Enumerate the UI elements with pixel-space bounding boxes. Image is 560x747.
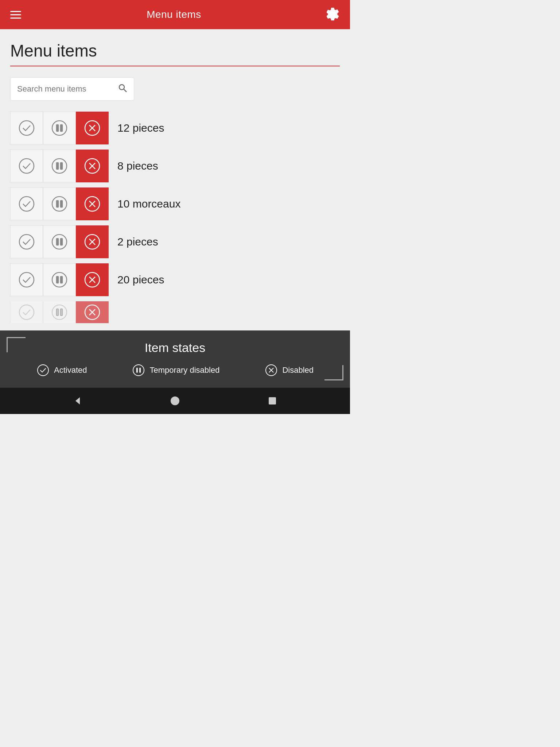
svg-point-24 <box>52 235 67 249</box>
svg-point-38 <box>52 305 67 320</box>
corner-tl <box>7 337 26 352</box>
item-label-2: 8 pieces <box>117 160 158 172</box>
item-states-title: Item states <box>10 341 340 355</box>
svg-rect-12 <box>61 163 62 169</box>
pause-button-3[interactable] <box>43 187 76 220</box>
disabled-label: Disabled <box>282 365 314 375</box>
item-label-4: 2 pieces <box>117 236 158 248</box>
back-button[interactable] <box>69 392 87 410</box>
svg-rect-11 <box>57 163 58 169</box>
item-label-3: 10 morceaux <box>117 198 180 210</box>
check-legend-icon <box>36 364 50 377</box>
svg-rect-5 <box>61 125 62 131</box>
bottom-nav <box>0 388 350 414</box>
menu-item-row: 12 pieces <box>10 112 340 144</box>
svg-rect-18 <box>57 201 58 207</box>
title-divider <box>10 66 340 66</box>
svg-rect-47 <box>140 368 141 373</box>
svg-rect-26 <box>61 239 62 245</box>
item-states-panel: Item states Activated Temporary disabled <box>0 330 350 388</box>
svg-point-45 <box>133 365 144 376</box>
recent-button[interactable] <box>263 392 281 410</box>
search-input[interactable] <box>17 84 118 94</box>
state-legend-activated: Activated <box>36 364 87 377</box>
pause-button-6[interactable] <box>43 301 76 323</box>
menu-item-row: 2 pieces <box>10 225 340 258</box>
svg-point-37 <box>19 305 34 320</box>
activate-button-3[interactable] <box>10 187 43 220</box>
pause-legend-icon <box>132 364 145 377</box>
state-legend-disabled: Disabled <box>265 364 314 377</box>
app-bar-title: Menu items <box>147 9 201 20</box>
page-title: Menu items <box>10 41 340 61</box>
hamburger-icon[interactable] <box>10 11 21 19</box>
disable-button-3[interactable] <box>76 187 109 220</box>
disable-button-6[interactable] <box>76 301 109 323</box>
svg-rect-40 <box>61 309 62 316</box>
home-button[interactable] <box>166 392 184 410</box>
svg-point-3 <box>52 121 67 135</box>
svg-point-0 <box>119 85 124 90</box>
disable-button-1[interactable] <box>76 112 109 144</box>
svg-line-1 <box>124 89 127 92</box>
svg-point-52 <box>171 396 179 405</box>
menu-list: 12 pieces <box>10 112 340 330</box>
item-label-1: 12 pieces <box>117 122 164 134</box>
state-legend-temp-disabled: Temporary disabled <box>132 364 219 377</box>
svg-marker-51 <box>75 397 80 405</box>
pause-button-2[interactable] <box>43 150 76 182</box>
menu-item-row: 20 pieces <box>10 263 340 296</box>
svg-point-10 <box>52 159 67 173</box>
svg-point-30 <box>19 272 34 287</box>
svg-point-9 <box>19 159 34 173</box>
activate-button-2[interactable] <box>10 150 43 182</box>
svg-rect-25 <box>57 239 58 245</box>
item-label-5: 20 pieces <box>117 274 164 286</box>
search-bar[interactable] <box>10 77 134 101</box>
svg-rect-33 <box>61 276 62 283</box>
activate-button-5[interactable] <box>10 263 43 296</box>
svg-point-16 <box>19 197 34 211</box>
activate-button-4[interactable] <box>10 225 43 258</box>
svg-point-23 <box>19 235 34 249</box>
svg-point-2 <box>19 121 34 135</box>
gear-icon[interactable] <box>327 7 340 22</box>
app-bar: Menu items <box>0 0 350 29</box>
svg-rect-46 <box>136 368 138 373</box>
page-content: Menu items <box>0 29 350 330</box>
disable-button-4[interactable] <box>76 225 109 258</box>
activate-button-6[interactable] <box>10 301 43 323</box>
svg-point-31 <box>52 272 67 287</box>
svg-rect-4 <box>57 125 58 131</box>
temp-disabled-label: Temporary disabled <box>149 365 219 375</box>
search-icon[interactable] <box>118 83 127 95</box>
svg-rect-19 <box>61 201 62 207</box>
svg-rect-53 <box>269 397 276 405</box>
states-row: Activated Temporary disabled Disabled <box>10 364 340 377</box>
pause-button-1[interactable] <box>43 112 76 144</box>
disable-button-2[interactable] <box>76 150 109 182</box>
pause-button-5[interactable] <box>43 263 76 296</box>
pause-button-4[interactable] <box>43 225 76 258</box>
activate-button-1[interactable] <box>10 112 43 144</box>
svg-point-17 <box>52 197 67 211</box>
menu-item-row-partial <box>10 301 340 323</box>
menu-item-row: 8 pieces <box>10 150 340 182</box>
activated-label: Activated <box>54 365 87 375</box>
menu-item-row: 10 morceaux <box>10 187 340 220</box>
disable-button-5[interactable] <box>76 263 109 296</box>
corner-br <box>324 365 343 380</box>
svg-rect-39 <box>57 309 58 316</box>
svg-rect-32 <box>57 276 58 283</box>
svg-point-44 <box>38 365 48 376</box>
x-legend-icon <box>265 364 278 377</box>
